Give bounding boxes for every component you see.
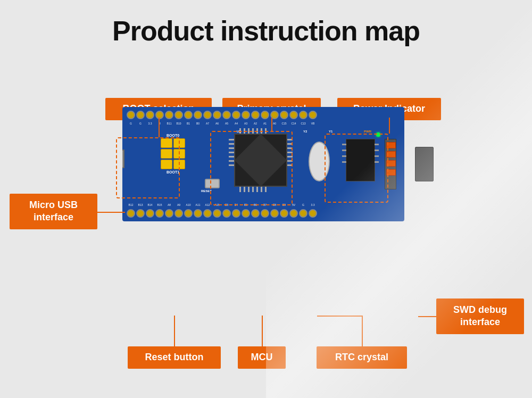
- mcu-pin: [256, 187, 258, 192]
- ic-pin: [342, 150, 346, 151]
- mcu-pin: [244, 187, 245, 192]
- pin-label: C15: [280, 122, 288, 125]
- pin: [280, 111, 288, 119]
- ic-pin: [342, 144, 346, 145]
- mcu-pins-top: [239, 128, 267, 134]
- mcu-chip: [234, 134, 287, 187]
- mcu-pin: [287, 147, 293, 149]
- boot-pin: [161, 149, 172, 159]
- pin: [155, 209, 164, 218]
- mcu-pins-bottom: [239, 187, 267, 192]
- ic-pin: [375, 155, 379, 157]
- pin: [203, 111, 212, 119]
- pwr-pin: [386, 160, 396, 167]
- pin: [299, 209, 307, 218]
- mcu-pin: [248, 187, 250, 192]
- pin-label: A1: [261, 122, 269, 125]
- pin-label: B10: [174, 122, 183, 125]
- pin: [184, 111, 193, 119]
- pin: [184, 209, 193, 218]
- pin-label: A0: [270, 122, 279, 125]
- ic-pins-right: [375, 144, 379, 163]
- mcu-pin: [229, 164, 234, 166]
- ic-pin: [375, 144, 379, 145]
- pin-label: A3: [242, 122, 250, 125]
- pin-label: B15: [155, 203, 164, 206]
- ic-pins-left: [342, 144, 346, 163]
- pin-label: B5: [242, 203, 250, 206]
- pin: [146, 209, 154, 218]
- top-pin-labels: G G 3.3 R B11 B10 B1 B0 A7 A6 A5 A4 A3 A…: [127, 122, 400, 125]
- pin-label: A2: [251, 122, 260, 125]
- pin: [309, 209, 317, 218]
- reset-button-label: Reset button: [128, 346, 221, 369]
- mcu-pin: [239, 187, 241, 192]
- pin-label: A9: [174, 203, 183, 206]
- pin: [242, 209, 250, 218]
- pin-label: R: [155, 122, 164, 125]
- pin: [289, 111, 298, 119]
- mcu-pin: [287, 143, 293, 145]
- pin-label: B3: [222, 203, 231, 206]
- pin: [309, 111, 317, 119]
- mcu-pin: [287, 156, 293, 157]
- pin: [127, 209, 135, 218]
- mcu-pin: [265, 187, 267, 192]
- pin: [146, 111, 154, 119]
- mcu-pin: [229, 156, 234, 157]
- mcu-pin: [252, 128, 254, 134]
- mcu-pin: [229, 147, 234, 149]
- pin: [165, 111, 173, 119]
- boot-label: BOOT1: [152, 170, 194, 174]
- reset-button-component: [205, 179, 220, 188]
- pwr-pin: [386, 169, 396, 176]
- pin: [203, 209, 212, 218]
- pin: [280, 209, 288, 218]
- swd-connector-physical: [415, 147, 434, 181]
- boot-section: BOOT0 BOOT1: [152, 134, 194, 165]
- pin: [232, 209, 240, 218]
- pwr-pin: [386, 142, 396, 148]
- pin-label: A6: [213, 122, 221, 125]
- swd-debug-label: SWD debug interface: [436, 298, 524, 334]
- pin-label: A10: [184, 203, 193, 206]
- pin: [289, 209, 298, 218]
- pin-label: B9: [280, 203, 288, 206]
- bottom-pin-row: [127, 208, 400, 219]
- pin: [261, 209, 269, 218]
- mcu-pin: [244, 128, 245, 134]
- pin: [194, 111, 202, 119]
- pin: [127, 111, 135, 119]
- ic-pin: [375, 161, 379, 163]
- mcu-pin: [252, 187, 254, 192]
- ic-chip: [346, 139, 375, 181]
- pin: [194, 209, 202, 218]
- pin-label: B7: [261, 203, 269, 206]
- pin: [242, 111, 250, 119]
- power-connector: [385, 139, 396, 189]
- pwr-pin: [386, 151, 396, 157]
- mcu-pin: [256, 128, 258, 134]
- pin: [155, 111, 164, 119]
- board-text-u1: U1: [237, 130, 241, 133]
- pin: [222, 209, 231, 218]
- pin: [270, 111, 279, 119]
- pin: [213, 111, 221, 119]
- pin-label: G: [136, 122, 145, 125]
- mcu-pin: [261, 187, 262, 192]
- diagram-area: BOOT selection Primary crystal Power Ind…: [0, 56, 532, 365]
- mcu-pin: [287, 139, 293, 140]
- pin-label: A5: [222, 122, 231, 125]
- pin-label: G: [127, 122, 135, 125]
- ic-pin: [375, 150, 379, 151]
- board-text-pwr: PWR: [364, 130, 371, 133]
- boot-pin: [161, 160, 172, 169]
- pin-label: 5V: [289, 203, 298, 206]
- pcb-board: G G 3.3 R B11 B10 B1 B0 A7 A6 A5 A4 A3 A…: [122, 107, 404, 221]
- boot-pin: [161, 138, 172, 148]
- board-text-y1: Y1: [329, 130, 332, 133]
- swd-connector-h: [418, 316, 436, 317]
- mcu-pin: [229, 139, 234, 140]
- pin: [270, 209, 279, 218]
- mcu-pin: [265, 128, 267, 134]
